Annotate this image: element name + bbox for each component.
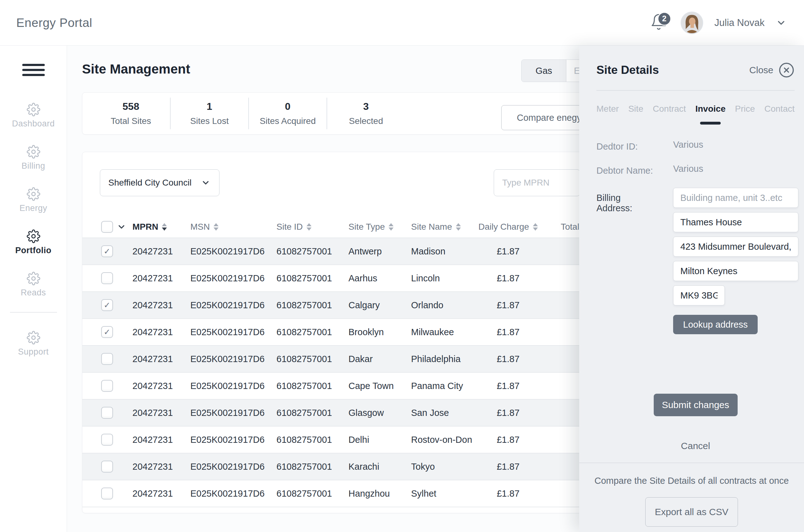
debtor-id-value: Various: [658, 139, 703, 152]
tab-site[interactable]: Site: [628, 104, 643, 125]
cell-mprn: 20427231: [132, 246, 190, 256]
stat-value: 3: [327, 101, 405, 112]
cell-site-name: Milwaukee: [411, 327, 479, 337]
cell-site-type: Brooklyn: [349, 327, 411, 337]
row-select-cell: [101, 272, 132, 284]
row-checkbox[interactable]: [101, 299, 113, 311]
row-select-cell: [101, 353, 132, 365]
panel-divider: [596, 90, 794, 91]
sidebar-item-reads[interactable]: Reads: [10, 270, 57, 300]
sidebar: Dashboard Billing Energy Portfolio Reads…: [0, 46, 67, 532]
cell-site-type: Hangzhou: [349, 489, 411, 499]
column-header-site-id[interactable]: Site ID: [277, 222, 349, 232]
cancel-button[interactable]: Cancel: [681, 441, 710, 451]
debtor-name-label: Debtor Name:: [596, 164, 658, 176]
sidebar-item-support[interactable]: Support: [10, 329, 57, 359]
sidebar-item-portfolio[interactable]: Portfolio: [10, 228, 57, 257]
address-city-input[interactable]: [673, 261, 798, 281]
compare-note: Compare the Site Details of all contract…: [595, 476, 789, 486]
row-select-cell: [101, 299, 132, 311]
mprn-search-input[interactable]: [494, 169, 580, 196]
sort-icon: [306, 223, 312, 231]
row-checkbox[interactable]: [101, 353, 113, 365]
sidebar-item-label: Billing: [22, 161, 45, 171]
menu-hamburger-button[interactable]: [22, 61, 45, 79]
notifications-button[interactable]: 2: [650, 13, 669, 33]
debtor-name-value: Various: [658, 164, 703, 176]
sidebar-item-label: Energy: [19, 204, 47, 213]
stat-value: 1: [171, 101, 248, 112]
panel-actions: Submit changes Cancel: [596, 394, 794, 451]
cell-daily-charge: £1.87: [479, 381, 538, 391]
cell-mprn: 20427231: [132, 381, 190, 391]
cell-site-name: Lincoln: [411, 273, 479, 284]
column-header-daily-charge[interactable]: Daily Charge: [479, 222, 538, 232]
cell-site-type: Aarhus: [349, 273, 411, 284]
cell-site-type: Delhi: [349, 435, 411, 445]
cell-mprn: 20427231: [132, 461, 190, 472]
column-header-msn[interactable]: MSN: [190, 222, 277, 232]
dropdown-chevron-down-icon: [201, 178, 210, 187]
close-panel-button[interactable]: Close: [749, 62, 794, 78]
cell-site-type: Glasgow: [349, 408, 411, 418]
row-checkbox[interactable]: [101, 407, 113, 419]
cell-site-id: 61082757001: [277, 381, 349, 391]
cell-daily-charge: £1.87: [479, 489, 538, 499]
select-all-checkbox[interactable]: [101, 221, 113, 233]
avatar[interactable]: [681, 12, 703, 34]
tab-price[interactable]: Price: [735, 104, 755, 125]
cell-site-name: San Jose: [411, 408, 479, 418]
row-select-cell: [101, 407, 132, 419]
address-postcode-input[interactable]: [673, 285, 725, 305]
address-line1-input[interactable]: [673, 212, 798, 232]
gear-icon: [26, 187, 40, 201]
select-menu-chevron-down-icon[interactable]: [117, 222, 126, 232]
sidebar-items: Dashboard Billing Energy Portfolio Reads…: [10, 101, 57, 371]
row-checkbox[interactable]: [101, 488, 113, 499]
top-bar-right: 2 Julia Novak: [650, 12, 786, 34]
cell-site-id: 61082757001: [277, 300, 349, 310]
row-checkbox[interactable]: [101, 461, 113, 473]
sort-icon: [456, 223, 461, 231]
column-header-site-type[interactable]: Site Type: [349, 222, 411, 232]
cell-site-id: 61082757001: [277, 273, 349, 284]
column-header-mprn[interactable]: MPRN: [132, 222, 190, 232]
sidebar-item-dashboard[interactable]: Dashboard: [10, 101, 57, 131]
row-select-cell: [101, 245, 132, 257]
user-menu-chevron-down-icon[interactable]: [776, 18, 786, 28]
tab-contact[interactable]: Contact: [764, 104, 794, 125]
sidebar-item-billing[interactable]: Billing: [10, 143, 57, 173]
column-header-site-name[interactable]: Site Name: [411, 222, 479, 232]
avatar-image: [681, 13, 702, 33]
row-checkbox[interactable]: [101, 380, 113, 392]
gear-icon: [26, 229, 40, 243]
tab-invoice[interactable]: Invoice: [695, 104, 725, 125]
stat: 0 Sites Acquired: [248, 98, 326, 129]
submit-changes-button[interactable]: Submit changes: [654, 394, 737, 416]
address-line2-input[interactable]: [673, 236, 798, 256]
customer-dropdown-value: Sheffield City Council: [108, 178, 192, 188]
sidebar-item-label: Reads: [21, 288, 46, 298]
export-csv-button[interactable]: Export all as CSV: [645, 497, 738, 527]
cell-site-type: Cape Town: [349, 381, 411, 391]
row-checkbox[interactable]: [101, 272, 113, 284]
cell-daily-charge: £1.87: [479, 327, 538, 337]
row-checkbox[interactable]: [101, 245, 113, 257]
panel-footer: Compare the Site Details of all contract…: [579, 462, 804, 532]
lookup-address-button[interactable]: Lookup address: [673, 315, 758, 334]
tab-meter[interactable]: Meter: [596, 104, 619, 125]
cell-daily-charge: £1.87: [479, 461, 538, 472]
cell-daily-charge: £1.87: [479, 273, 538, 284]
customer-dropdown[interactable]: Sheffield City Council: [100, 169, 220, 196]
cell-site-name: Madison: [411, 246, 479, 256]
address-building-input[interactable]: [673, 188, 798, 208]
stat-label: Total Sites: [92, 116, 170, 126]
sidebar-item-energy[interactable]: Energy: [10, 185, 57, 215]
cell-site-id: 61082757001: [277, 327, 349, 337]
fuel-option-gas[interactable]: Gas: [522, 60, 566, 82]
row-checkbox[interactable]: [101, 434, 113, 445]
row-select-cell: [101, 488, 132, 499]
row-checkbox[interactable]: [101, 326, 113, 338]
tab-contract[interactable]: Contract: [653, 104, 686, 125]
sort-icon: [533, 223, 538, 231]
